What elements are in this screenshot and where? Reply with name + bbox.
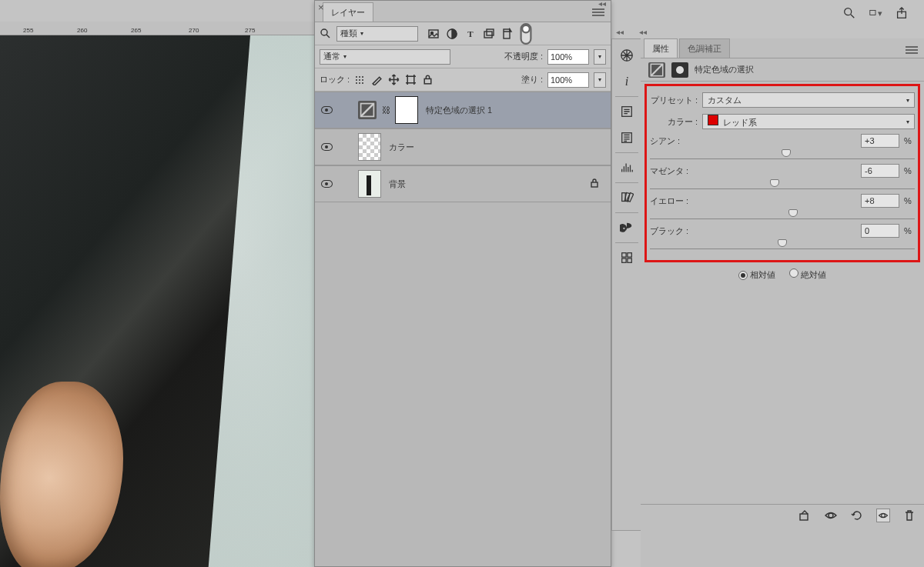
cyan-label: シアン :: [650, 135, 711, 147]
lock-all-icon[interactable]: [422, 74, 434, 85]
black-label: ブラック :: [650, 225, 711, 237]
filter-adjustment-icon[interactable]: [446, 28, 458, 40]
preset-dropdown[interactable]: カスタム▾: [702, 92, 915, 108]
svg-rect-32: [800, 514, 808, 520]
svg-rect-17: [591, 182, 598, 187]
lock-artboard-icon[interactable]: [405, 74, 417, 85]
histogram-icon[interactable]: [613, 155, 641, 181]
magenta-value[interactable]: -6: [861, 164, 899, 178]
svg-rect-28: [628, 253, 631, 257]
reset-icon[interactable]: [850, 509, 864, 522]
layer-thumb[interactable]: [358, 170, 381, 198]
toggle-visibility-icon[interactable]: [876, 509, 890, 522]
tab-adjustments[interactable]: 色調補正: [679, 38, 730, 58]
svg-rect-11: [504, 29, 510, 38]
link-icon[interactable]: ⛓: [381, 105, 390, 115]
character-styles-icon[interactable]: [613, 125, 641, 151]
screen-mode-icon[interactable]: ▾: [869, 6, 882, 20]
layer-thumb[interactable]: [358, 133, 381, 161]
filter-toggle-icon[interactable]: [520, 28, 532, 40]
opacity-stepper[interactable]: ▾: [594, 49, 606, 65]
document-canvas[interactable]: [0, 35, 314, 567]
lock-pixels-icon[interactable]: [371, 74, 383, 85]
layer-row[interactable]: ⛓ 特定色域の選択 1: [315, 92, 611, 128]
layer-visibility-toggle[interactable]: [318, 180, 335, 188]
lock-position-icon[interactable]: [388, 74, 400, 85]
panel-menu-icon[interactable]: [906, 45, 919, 55]
panel-collapse-icon[interactable]: ◂◂: [616, 28, 624, 36]
adjustment-layer-icon: [358, 101, 377, 119]
search-icon[interactable]: [842, 6, 856, 20]
share-icon[interactable]: [895, 6, 909, 20]
delete-icon[interactable]: [902, 509, 916, 522]
method-relative-radio[interactable]: 相対値: [738, 269, 775, 281]
layer-name[interactable]: カラー: [389, 142, 414, 153]
paragraph-styles-icon[interactable]: [613, 98, 641, 125]
mask-icon[interactable]: [671, 62, 688, 78]
color-dropdown[interactable]: レッド系▾: [702, 114, 915, 129]
layer-name[interactable]: 背景: [389, 178, 406, 190]
swatches-icon[interactable]: [613, 185, 641, 211]
svg-rect-27: [622, 253, 626, 257]
libraries-icon[interactable]: [613, 245, 641, 271]
clip-to-layer-icon[interactable]: [798, 509, 812, 522]
color-icon[interactable]: [613, 215, 641, 241]
svg-line-1: [851, 15, 855, 18]
layer-visibility-toggle[interactable]: [318, 106, 335, 114]
svg-point-24: [623, 228, 624, 229]
yellow-slider[interactable]: [650, 208, 915, 219]
layer-lock-row: ロック : 塗り : 100% ▾: [315, 68, 611, 92]
svg-rect-9: [484, 32, 492, 38]
lock-icon[interactable]: [589, 178, 600, 191]
filter-pixel-icon[interactable]: [427, 28, 440, 40]
magenta-slider[interactable]: [650, 178, 915, 189]
svg-rect-15: [424, 78, 431, 83]
magenta-label: マゼンタ :: [650, 165, 711, 177]
black-slider[interactable]: [650, 238, 915, 249]
cyan-slider[interactable]: [650, 148, 915, 159]
filter-search-icon[interactable]: [320, 28, 332, 40]
black-value[interactable]: 0: [861, 224, 899, 238]
navigator-icon[interactable]: [613, 42, 641, 68]
layer-row[interactable]: 背景: [315, 165, 611, 202]
opacity-field[interactable]: 100%: [547, 49, 589, 65]
panel-collapse-icon[interactable]: ◂◂: [639, 28, 647, 36]
layer-mask-thumb[interactable]: [395, 96, 418, 124]
tab-properties[interactable]: 属性: [644, 38, 678, 58]
svg-point-25: [625, 230, 627, 232]
tab-layers[interactable]: レイヤー: [323, 2, 373, 22]
filter-type-icon[interactable]: T: [464, 28, 477, 40]
layer-row[interactable]: カラー: [315, 128, 611, 165]
lock-transparent-icon[interactable]: [354, 74, 366, 85]
method-absolute-radio[interactable]: 絶対値: [789, 268, 826, 281]
filter-shape-icon[interactable]: [483, 28, 495, 40]
panel-menu-icon[interactable]: [592, 7, 606, 18]
fill-label: 塗り :: [521, 74, 543, 85]
cyan-value[interactable]: +3: [861, 134, 899, 148]
properties-panel: ◂◂ 属性 色調補正 特定色域の選択 プリセット : カスタム▾ カラー : レ…: [641, 38, 924, 567]
layer-name[interactable]: 特定色域の選択 1: [426, 105, 492, 116]
svg-point-26: [628, 229, 630, 231]
close-icon[interactable]: ×: [318, 4, 327, 13]
blend-mode-dropdown[interactable]: 通常▾: [320, 49, 450, 65]
opacity-label: 不透明度 :: [504, 51, 543, 62]
color-label: カラー :: [650, 116, 698, 128]
svg-point-13: [522, 25, 530, 32]
layers-panel: × ◂◂ レイヤー 種類▾ T 通常▾ 不透明度 : 100% ▾ ロック :: [314, 0, 611, 567]
panel-dock: i: [611, 38, 642, 531]
layer-filter-row: 種類▾ T: [315, 22, 611, 45]
svg-line-5: [326, 35, 330, 38]
fill-stepper[interactable]: ▾: [594, 72, 606, 88]
canvas-area[interactable]: 255 260 265 270 275: [0, 22, 314, 567]
view-previous-icon[interactable]: [824, 509, 838, 522]
fill-field[interactable]: 100%: [547, 72, 589, 88]
info-icon[interactable]: i: [613, 68, 641, 95]
svg-point-4: [321, 29, 327, 35]
filter-kind-dropdown[interactable]: 種類▾: [336, 26, 418, 42]
filter-smart-icon[interactable]: [501, 28, 514, 40]
yellow-value[interactable]: +8: [861, 194, 899, 208]
selective-color-icon: [648, 62, 665, 78]
layer-visibility-toggle[interactable]: [318, 143, 335, 151]
svg-rect-30: [628, 258, 631, 262]
svg-point-0: [845, 8, 852, 15]
